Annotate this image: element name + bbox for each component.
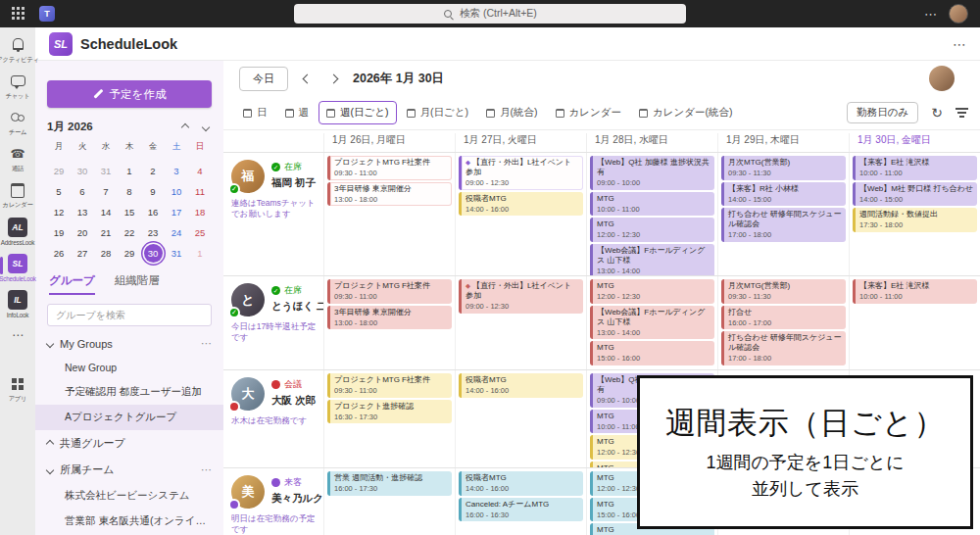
mini-cal-day[interactable]: 14 bbox=[97, 203, 116, 221]
rail-item-teams[interactable]: チーム bbox=[0, 105, 35, 141]
group-item[interactable]: Aプロジェクトグループ bbox=[35, 405, 223, 430]
mini-cal-day[interactable]: 10 bbox=[168, 182, 186, 201]
prev-week-icon[interactable] bbox=[303, 73, 313, 83]
mini-cal-day[interactable]: 31 bbox=[168, 244, 186, 263]
event-card[interactable]: MTG10:00 - 11:00 bbox=[590, 192, 714, 217]
schedule-cell[interactable]: 営業 週間活動・進捗確認16:00 - 17:30 bbox=[323, 468, 455, 535]
event-card[interactable]: 【来客】E社 滝沢様10:00 - 11:00 bbox=[853, 279, 977, 304]
event-card[interactable]: MTG15:00 - 16:00 bbox=[590, 341, 714, 365]
event-card[interactable]: ◆【直行・外出】L社イベント参加09:00 - 12:30 bbox=[459, 156, 583, 190]
mini-cal-day[interactable]: 15 bbox=[121, 203, 139, 221]
event-card[interactable]: プロジェクトMTG F社案件09:30 - 11:00 bbox=[327, 156, 452, 180]
section-more-icon[interactable]: ⋯ bbox=[201, 463, 212, 476]
group-section-header[interactable]: 共通グループ bbox=[35, 430, 223, 457]
event-card[interactable]: 役職者MTG14:00 - 16:00 bbox=[459, 192, 583, 217]
mini-cal-day[interactable]: 6 bbox=[74, 182, 92, 201]
workdays-only-button[interactable]: 勤務日のみ bbox=[847, 102, 918, 123]
mini-cal-day[interactable]: 26 bbox=[50, 244, 69, 263]
event-card[interactable]: 【来客】E社 滝沢様10:00 - 11:00 bbox=[853, 156, 977, 180]
event-card[interactable]: ◆【直行・外出】L社イベント参加09:00 - 12:30 bbox=[459, 279, 583, 314]
mini-cal-day[interactable]: 4 bbox=[191, 162, 210, 180]
event-card[interactable]: プロジェクトMTG F社案件09:30 - 11:00 bbox=[327, 279, 452, 304]
event-card[interactable]: 3年目研修 東京開催分13:00 - 18:00 bbox=[327, 182, 452, 207]
create-event-button[interactable]: 予定を作成 bbox=[47, 80, 212, 108]
user-avatar[interactable] bbox=[949, 4, 968, 24]
event-card[interactable]: 週間活動録・数値提出17:30 - 18:00 bbox=[853, 208, 977, 232]
mini-cal-day[interactable]: 5 bbox=[50, 182, 69, 201]
section-more-icon[interactable]: ⋯ bbox=[201, 337, 212, 350]
mini-cal-day[interactable]: 11 bbox=[191, 182, 210, 201]
mini-cal-day[interactable]: 21 bbox=[97, 223, 116, 242]
event-card[interactable]: 3年目研修 東京開催分13:00 - 18:00 bbox=[327, 306, 452, 330]
mini-cal-day[interactable]: 24 bbox=[168, 223, 186, 242]
event-card[interactable]: 【Web会議】Fホールディングス 山下様13:00 - 14:00 bbox=[590, 306, 714, 340]
mini-cal-day[interactable]: 28 bbox=[97, 244, 116, 263]
group-section-header[interactable]: 所属チーム⋯ bbox=[35, 457, 223, 483]
view-tab[interactable]: カレンダー(統合) bbox=[631, 101, 740, 124]
next-month-icon[interactable] bbox=[202, 122, 210, 130]
sidebar-tab[interactable]: 組織階層 bbox=[115, 273, 160, 295]
mini-cal-day[interactable]: 12 bbox=[50, 203, 69, 221]
today-button[interactable]: 今日 bbox=[239, 67, 288, 91]
filter-icon[interactable] bbox=[956, 107, 968, 119]
view-tab[interactable]: カレンダー bbox=[548, 101, 629, 124]
mini-cal-day[interactable]: 31 bbox=[97, 162, 116, 180]
event-card[interactable]: 打ち合わせ 研修年間スケジュール確認会17:00 - 18:00 bbox=[721, 331, 846, 365]
event-card[interactable]: 役職者MTG14:00 - 16:00 bbox=[459, 471, 583, 496]
mini-cal-day[interactable]: 30 bbox=[74, 162, 92, 180]
mini-cal-day[interactable]: 9 bbox=[144, 182, 163, 201]
prev-month-icon[interactable] bbox=[181, 122, 189, 130]
rail-item-chat[interactable]: チャット bbox=[0, 69, 35, 105]
schedule-cell[interactable]: ◆【直行・外出】L社イベント参加09:00 - 12:30役職者MTG14:00… bbox=[455, 153, 586, 275]
event-card[interactable]: MTG12:00 - 12:30 bbox=[590, 279, 714, 304]
group-search-input[interactable]: グループを検索 bbox=[47, 304, 212, 326]
mini-cal-day[interactable]: 19 bbox=[50, 223, 69, 242]
group-item[interactable]: 営業部 東名阪共通(オンラインき bbox=[35, 509, 223, 534]
view-tab[interactable]: 週(日ごと) bbox=[318, 101, 397, 124]
mini-cal-day[interactable]: 20 bbox=[74, 223, 92, 242]
schedule-cell[interactable]: 【来客】E社 滝沢様10:00 - 11:00【Web】M社 野口様 打ち合わせ… bbox=[849, 153, 980, 275]
mini-cal-day[interactable]: 18 bbox=[191, 203, 210, 221]
event-card[interactable]: 【Web】Q社 加藤様 進捗状況共有09:00 - 10:00 bbox=[590, 156, 714, 190]
event-card[interactable]: 役職者MTG14:00 - 16:00 bbox=[459, 373, 583, 398]
rail-item-addresslook[interactable]: ALAddressLook bbox=[0, 214, 35, 250]
sidebar-tab[interactable]: グループ bbox=[49, 273, 95, 295]
view-tab[interactable]: 月(日ごと) bbox=[399, 101, 477, 124]
mini-cal-day[interactable]: 16 bbox=[144, 203, 163, 221]
event-card[interactable]: プロジェクト進捗確認16:30 - 17:30 bbox=[327, 400, 452, 424]
rail-item-more[interactable]: ⋯ bbox=[0, 322, 35, 348]
schedule-cell[interactable]: プロジェクトMTG F社案件09:30 - 11:00プロジェクト進捗確認16:… bbox=[323, 370, 455, 467]
event-card[interactable]: 打ち合わせ 研修年間スケジュール確認会17:00 - 18:00 bbox=[721, 208, 846, 242]
person-cell[interactable]: 福✓✓在席福岡 初子連絡はTeamsチャットでお願いします bbox=[223, 153, 323, 275]
schedule-cell[interactable]: 月次MTG(営業部)09:30 - 11:30【来客】R社 小林様14:00 -… bbox=[717, 153, 849, 275]
person-cell[interactable]: 大会議大阪 次郎水木は在宅勤務です bbox=[223, 370, 323, 467]
view-tab[interactable]: 月(統合) bbox=[478, 101, 546, 124]
person-cell[interactable]: と✓✓在席とうほく 二葉今日は17時半退社予定です bbox=[223, 276, 323, 369]
schedule-cell[interactable]: 【Web】Q社 加藤様 進捗状況共有09:00 - 10:00MTG10:00 … bbox=[586, 153, 717, 275]
group-item[interactable]: 株式会社ビービーシステム bbox=[35, 483, 223, 509]
mini-cal-day[interactable]: 3 bbox=[168, 162, 186, 180]
mini-cal-day[interactable]: 25 bbox=[191, 223, 210, 242]
group-item[interactable]: 予定確認用 都度ユーザー追加 bbox=[35, 379, 223, 405]
view-tab[interactable]: 週 bbox=[277, 101, 318, 124]
search-input[interactable]: 検索 (Ctrl+Alt+E) bbox=[294, 4, 686, 24]
schedule-cell[interactable]: 月次MTG(営業部)09:30 - 11:30打合せ16:00 - 17:00打… bbox=[717, 276, 849, 369]
mini-cal-day[interactable]: 22 bbox=[121, 223, 139, 242]
rail-item-infolook[interactable]: ILInfoLook bbox=[0, 286, 35, 322]
schedule-cell[interactable]: プロジェクトMTG F社案件09:30 - 11:003年目研修 東京開催分13… bbox=[323, 153, 455, 275]
view-tab[interactable]: 日 bbox=[235, 101, 275, 124]
event-card[interactable]: 営業 週間活動・進捗確認16:00 - 17:30 bbox=[327, 471, 452, 496]
rail-item-apps[interactable]: アプリ bbox=[0, 371, 35, 408]
event-card[interactable]: 打合せ16:00 - 17:00 bbox=[721, 306, 846, 330]
sidebar-collapse[interactable] bbox=[35, 61, 223, 73]
rail-item-calendar[interactable]: カレンダー bbox=[0, 177, 35, 214]
event-card[interactable]: MTG12:00 - 12:30 bbox=[590, 218, 714, 242]
event-card[interactable]: Canceled: AチームMTG16:00 - 16:30 bbox=[459, 498, 583, 522]
teams-icon[interactable]: T bbox=[39, 6, 55, 22]
schedule-cell[interactable]: 役職者MTG14:00 - 16:00 bbox=[455, 370, 586, 467]
mini-cal-day[interactable]: 27 bbox=[74, 244, 92, 263]
event-card[interactable]: 月次MTG(営業部)09:30 - 11:30 bbox=[721, 279, 846, 304]
group-item[interactable]: New Group bbox=[35, 356, 223, 379]
waffle-icon[interactable] bbox=[12, 7, 25, 21]
app-more-icon[interactable]: ⋯ bbox=[953, 36, 966, 52]
